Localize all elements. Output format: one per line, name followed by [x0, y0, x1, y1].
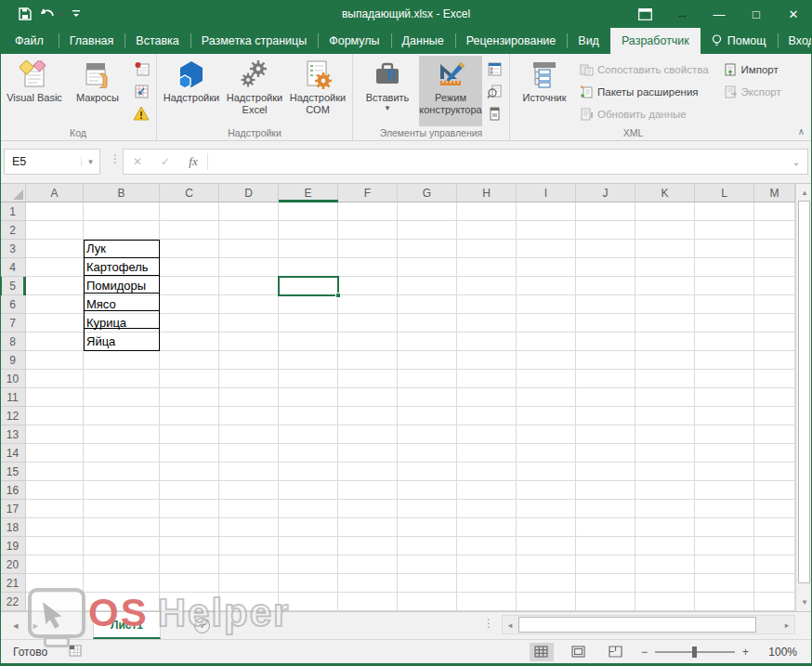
cell-L4[interactable]: [695, 258, 754, 277]
cell-D6[interactable]: [219, 295, 279, 314]
row-header-10[interactable]: 10: [0, 370, 26, 388]
cell-H3[interactable]: [457, 240, 517, 258]
cell-M10[interactable]: [754, 370, 795, 388]
cell-F4[interactable]: [338, 258, 398, 277]
cell-G16[interactable]: [398, 481, 457, 500]
cell-L21[interactable]: [695, 574, 754, 593]
tab-file[interactable]: Файл: [0, 28, 59, 54]
row-header-1[interactable]: 1: [0, 202, 26, 221]
cell-E9[interactable]: [279, 351, 338, 370]
cell-K22[interactable]: [635, 593, 695, 611]
cell-K9[interactable]: [635, 351, 695, 370]
cell-H10[interactable]: [457, 370, 517, 388]
cell-M11[interactable]: [754, 388, 795, 407]
column-header-L[interactable]: L: [695, 184, 754, 202]
cell-F20[interactable]: [338, 555, 398, 574]
cell-B5[interactable]: Помидоры: [84, 277, 160, 295]
cell-A13[interactable]: [26, 425, 84, 444]
cell-F16[interactable]: [338, 481, 398, 500]
cell-C5[interactable]: [160, 277, 219, 295]
tab-page-layout[interactable]: Разметка страницы: [190, 28, 318, 54]
cell-E2[interactable]: [279, 221, 338, 240]
cell-I7[interactable]: [517, 314, 576, 333]
row-header-17[interactable]: 17: [0, 500, 26, 518]
cell-K18[interactable]: [635, 518, 695, 537]
cell-D7[interactable]: [219, 314, 279, 333]
cell-J4[interactable]: [576, 258, 635, 277]
row-header-9[interactable]: 9: [0, 351, 26, 370]
undo-dropdown-icon[interactable]: ▾: [58, 10, 62, 19]
cell-L18[interactable]: [695, 518, 754, 537]
column-header-C[interactable]: C: [160, 184, 219, 202]
cell-H12[interactable]: [457, 407, 517, 425]
visual-basic-button[interactable]: Visual Basic: [3, 56, 66, 126]
cell-A6[interactable]: [26, 295, 84, 314]
cell-D14[interactable]: [219, 444, 279, 463]
cell-K14[interactable]: [635, 444, 695, 463]
cell-B12[interactable]: [84, 407, 160, 425]
cell-B3[interactable]: Лук: [84, 240, 160, 258]
cell-J21[interactable]: [576, 574, 635, 593]
cell-B18[interactable]: [84, 518, 160, 537]
cell-M18[interactable]: [754, 518, 795, 537]
cell-J6[interactable]: [576, 295, 635, 314]
cell-K8[interactable]: [635, 333, 695, 351]
cell-B10[interactable]: [84, 370, 160, 388]
cell-B8[interactable]: Яйца: [84, 333, 160, 351]
cell-C8[interactable]: [160, 333, 219, 351]
row-header-14[interactable]: 14: [0, 444, 26, 463]
cell-B19[interactable]: [84, 537, 160, 555]
cell-F2[interactable]: [338, 221, 398, 240]
row-header-16[interactable]: 16: [0, 481, 26, 500]
cell-C22[interactable]: [160, 593, 219, 611]
cell-M1[interactable]: [754, 202, 795, 221]
cell-H19[interactable]: [457, 537, 517, 555]
cell-F18[interactable]: [338, 518, 398, 537]
cell-L6[interactable]: [695, 295, 754, 314]
cell-G12[interactable]: [398, 407, 457, 425]
column-header-H[interactable]: H: [457, 184, 517, 202]
column-header-J[interactable]: J: [576, 184, 635, 202]
cell-E17[interactable]: [279, 500, 338, 518]
cell-D4[interactable]: [219, 258, 279, 277]
expansion-packs-button[interactable]: Пакеты расширения: [580, 84, 709, 100]
cell-G11[interactable]: [398, 388, 457, 407]
zoom-in-icon[interactable]: +: [742, 646, 749, 659]
cell-M20[interactable]: [754, 555, 795, 574]
cell-E7[interactable]: [279, 314, 338, 333]
cell-B4[interactable]: Картофель: [84, 258, 160, 277]
cell-E19[interactable]: [279, 537, 338, 555]
cell-C1[interactable]: [160, 202, 219, 221]
excel-addins-button[interactable]: Надстройки Excel: [223, 56, 286, 126]
column-header-B[interactable]: B: [84, 184, 160, 202]
cell-I22[interactable]: [517, 593, 576, 611]
cell-F12[interactable]: [338, 407, 398, 425]
cell-L9[interactable]: [695, 351, 754, 370]
cell-I21[interactable]: [517, 574, 576, 593]
scroll-left-icon[interactable]: ◂: [503, 616, 517, 633]
tab-insert[interactable]: Вставка: [124, 28, 190, 54]
cell-M17[interactable]: [754, 500, 795, 518]
cell-G4[interactable]: [398, 258, 457, 277]
cell-G5[interactable]: [398, 277, 457, 295]
scroll-right-icon[interactable]: ▸: [779, 616, 794, 633]
cell-J2[interactable]: [576, 221, 635, 240]
cell-M2[interactable]: [754, 221, 795, 240]
cell-E10[interactable]: [279, 370, 338, 388]
row-header-4[interactable]: 4: [0, 258, 26, 277]
cell-F21[interactable]: [338, 574, 398, 593]
page-layout-view-button[interactable]: [567, 643, 591, 661]
cell-F8[interactable]: [338, 333, 398, 351]
cell-D16[interactable]: [219, 481, 279, 500]
cell-E11[interactable]: [279, 388, 338, 407]
tab-review[interactable]: Рецензирование: [455, 28, 568, 54]
cell-E5[interactable]: [279, 277, 338, 295]
cell-A1[interactable]: [26, 202, 84, 221]
cell-H6[interactable]: [457, 295, 517, 314]
cell-M12[interactable]: [754, 407, 795, 425]
cell-J9[interactable]: [576, 351, 635, 370]
cell-L16[interactable]: [695, 481, 754, 500]
cell-J5[interactable]: [576, 277, 635, 295]
cell-K19[interactable]: [635, 537, 695, 555]
cell-D8[interactable]: [219, 333, 279, 351]
